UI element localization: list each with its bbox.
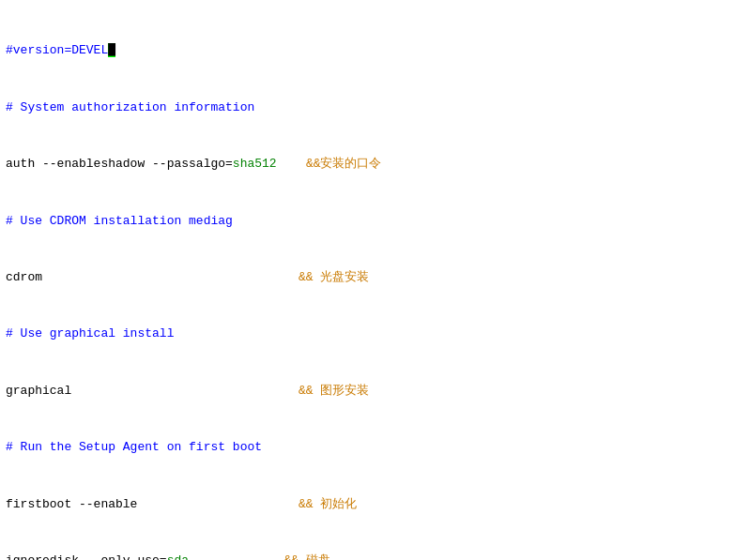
comment-graphical: # Use graphical install (6, 326, 174, 341)
cdrom-chinese: && 光盘安装 (299, 270, 369, 284)
line-ignoredisk: ignoredisk --only-use=sda && 磁盘 (6, 552, 729, 560)
line-comment-auth: # System authorization information (6, 98, 729, 117)
line-version: #version=DEVEL█ (6, 41, 729, 60)
comment-firstboot: # Run the Setup Agent on first boot (6, 440, 262, 454)
comment-cdrom: # Use CDROM installation mediag (6, 214, 233, 228)
auth-spacing (277, 157, 306, 171)
auth-keyword: auth --enableshadow --passalgo= (6, 157, 233, 171)
cdrom-keyword: cdrom (6, 270, 299, 284)
line-comment-cdrom: # Use CDROM installation mediag (6, 212, 729, 231)
line-firstboot: firstboot --enable && 初始化 (6, 495, 729, 514)
ignoredisk-spacing (189, 553, 283, 560)
line-comment-graphical: # Use graphical install (6, 325, 729, 343)
auth-chinese: &&安装的口令 (306, 157, 382, 171)
graphical-chinese: && 图形安装 (299, 384, 369, 398)
comment-auth: # System authorization information (6, 100, 254, 114)
line-graphical: graphical && 图形安装 (6, 382, 729, 401)
ignoredisk-value: sda (167, 553, 189, 560)
auth-value: sha512 (233, 157, 277, 171)
ignoredisk-chinese: && 磁盘 (283, 553, 329, 560)
cursor: █ (108, 43, 115, 57)
line-comment-firstboot: # Run the Setup Agent on first boot (6, 438, 729, 457)
graphical-keyword: graphical (6, 384, 299, 398)
version-text: #version=DEVEL (6, 43, 108, 57)
ignoredisk-keyword: ignoredisk --only-use= (6, 553, 167, 560)
code-editor: #version=DEVEL█ # System authorization i… (0, 0, 735, 560)
firstboot-chinese: && 初始化 (299, 497, 357, 511)
line-cdrom: cdrom && 光盘安装 (6, 268, 729, 287)
line-auth: auth --enableshadow --passalgo=sha512 &&… (6, 155, 729, 174)
firstboot-keyword: firstboot --enable (6, 497, 299, 511)
